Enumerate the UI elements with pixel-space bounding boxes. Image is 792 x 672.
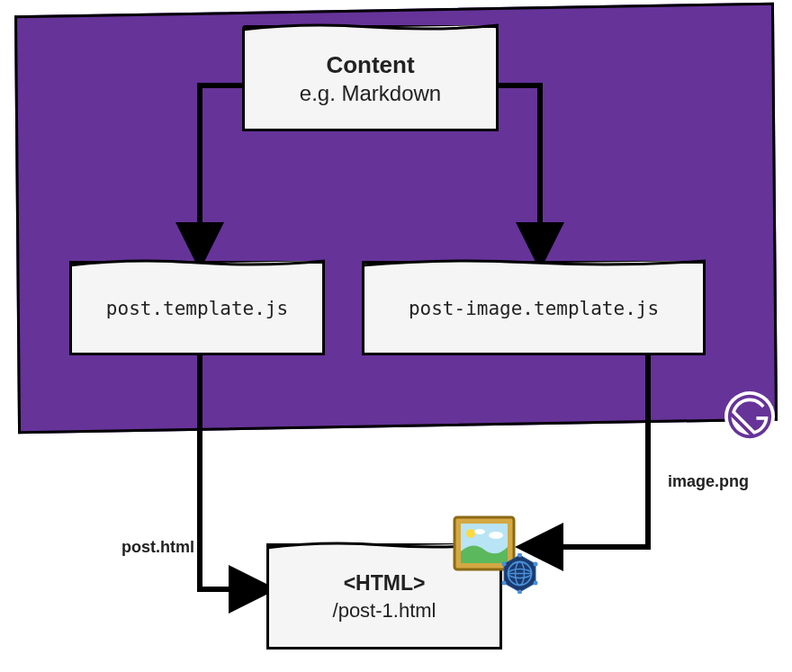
left-arrow-label: post.html: [122, 538, 194, 557]
svg-point-7: [474, 529, 485, 534]
svg-point-6: [489, 532, 503, 539]
output-title: <HTML>: [344, 571, 426, 596]
template-left-box: post.template.js: [69, 261, 325, 355]
svg-point-17: [502, 562, 507, 567]
template-right-box: post-image.template.js: [362, 261, 706, 355]
globe-hexagon-icon: [500, 553, 540, 594]
template-left-label: post.template.js: [106, 298, 288, 319]
content-title: Content: [326, 51, 414, 79]
gatsby-logo-icon: [724, 391, 775, 442]
svg-point-5: [466, 529, 475, 538]
content-box: Content e.g. Markdown: [242, 25, 499, 131]
output-path: /post-1.html: [333, 599, 436, 623]
svg-point-15: [534, 581, 538, 586]
content-subtitle: e.g. Markdown: [300, 81, 441, 106]
diagram-canvas: Content e.g. Markdown post.template.js p…: [0, 0, 792, 672]
svg-point-14: [534, 562, 538, 567]
svg-point-16: [502, 581, 507, 586]
right-arrow-label: image.png: [668, 472, 749, 491]
template-right-label: post-image.template.js: [409, 298, 659, 319]
